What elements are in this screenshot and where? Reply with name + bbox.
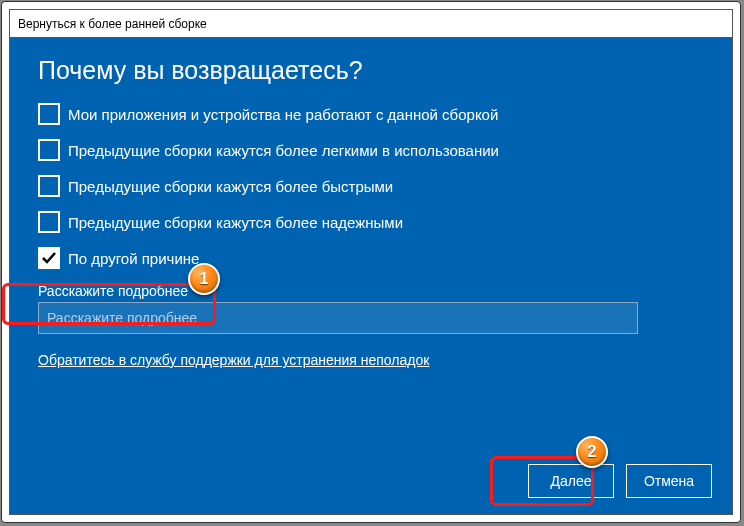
dialog-content: Почему вы возвращаетесь? Мои приложения … bbox=[10, 38, 732, 514]
checkbox-0[interactable] bbox=[38, 103, 60, 125]
option-row-1[interactable]: Предыдущие сборки кажутся более легкими … bbox=[38, 139, 704, 161]
checkbox-2[interactable] bbox=[38, 175, 60, 197]
tellmore-label: Расскажите подробнее bbox=[38, 283, 704, 299]
cancel-button[interactable]: Отмена bbox=[626, 464, 712, 498]
tellmore-placeholder: Расскажите подробнее bbox=[47, 310, 197, 326]
page-heading: Почему вы возвращаетесь? bbox=[38, 56, 704, 85]
option-label-1: Предыдущие сборки кажутся более легкими … bbox=[68, 142, 499, 159]
screenshot-frame: Вернуться к более ранней сборке Почему в… bbox=[1, 1, 741, 523]
option-row-0[interactable]: Мои приложения и устройства не работают … bbox=[38, 103, 704, 125]
button-row: Далее Отмена bbox=[528, 464, 712, 498]
next-button[interactable]: Далее bbox=[528, 464, 614, 498]
titlebar: Вернуться к более ранней сборке bbox=[10, 10, 732, 38]
option-label-3: Предыдущие сборки кажутся более надежным… bbox=[68, 214, 403, 231]
option-row-3[interactable]: Предыдущие сборки кажутся более надежным… bbox=[38, 211, 704, 233]
checkbox-3[interactable] bbox=[38, 211, 60, 233]
option-row-4[interactable]: По другой причине bbox=[38, 247, 704, 269]
option-label-4: По другой причине bbox=[68, 250, 199, 267]
support-link[interactable]: Обратитесь в службу поддержки для устран… bbox=[38, 352, 429, 368]
dialog-window: Вернуться к более ранней сборке Почему в… bbox=[9, 9, 733, 515]
checkbox-4[interactable] bbox=[38, 247, 60, 269]
option-row-2[interactable]: Предыдущие сборки кажутся более быстрыми bbox=[38, 175, 704, 197]
checkbox-1[interactable] bbox=[38, 139, 60, 161]
option-label-0: Мои приложения и устройства не работают … bbox=[68, 106, 498, 123]
option-label-2: Предыдущие сборки кажутся более быстрыми bbox=[68, 178, 393, 195]
window-title: Вернуться к более ранней сборке bbox=[18, 17, 207, 31]
tellmore-input[interactable]: Расскажите подробнее bbox=[38, 302, 638, 334]
